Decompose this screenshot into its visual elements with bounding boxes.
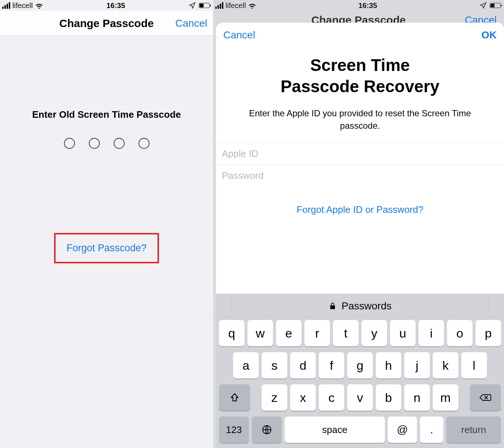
sheet-subtitle: Enter the Apple ID you provided to reset…: [216, 101, 504, 143]
forgot-apple-id-link[interactable]: Forgot Apple ID or Password?: [216, 204, 504, 215]
letter-key-q[interactable]: q: [219, 320, 245, 346]
apple-id-field[interactable]: [222, 148, 498, 159]
letter-key-c[interactable]: c: [319, 384, 344, 411]
letter-key-x[interactable]: x: [290, 384, 316, 411]
battery-icon: [199, 3, 211, 8]
highlight-box: Forgot Passcode?: [54, 233, 159, 263]
carrier-label: lifecell: [226, 1, 246, 10]
sheet-ok-button[interactable]: OK: [481, 29, 497, 41]
password-field[interactable]: [222, 170, 498, 181]
passcode-prompt: Enter Old Screen Time Passcode: [0, 109, 213, 120]
letter-key-f[interactable]: f: [319, 352, 344, 379]
passcode-dot: [89, 138, 100, 149]
keyboard-suggestion[interactable]: Passwords: [342, 300, 392, 312]
location-icon: [189, 2, 196, 9]
passcode-input[interactable]: [0, 138, 213, 149]
screen-change-passcode: lifecell 16:35 Change Passcode Cancel En…: [0, 0, 213, 448]
wifi-icon: [248, 1, 256, 10]
backspace-key[interactable]: [470, 384, 501, 411]
forgot-passcode-link[interactable]: Forgot Passcode?: [67, 242, 147, 254]
letter-key-r[interactable]: r: [304, 320, 330, 346]
status-bar: lifecell 16:35: [213, 0, 504, 11]
letter-key-m[interactable]: m: [433, 384, 458, 411]
sheet-cancel-button[interactable]: Cancel: [223, 29, 255, 41]
nav-bar: Change Passcode Cancel: [0, 11, 213, 36]
status-bar: lifecell 16:35: [0, 0, 213, 11]
location-icon: [480, 2, 487, 9]
keyboard-suggestion-bar[interactable]: Passwords: [216, 295, 504, 317]
nav-title: Change Passcode: [59, 17, 154, 30]
recovery-sheet: Cancel OK Screen Time Passcode Recovery …: [216, 23, 504, 448]
cellular-signal-icon: [2, 2, 10, 9]
return-key[interactable]: return: [446, 417, 501, 443]
letter-key-s[interactable]: s: [262, 352, 287, 379]
space-key[interactable]: space: [285, 417, 385, 443]
carrier-label: lifecell: [12, 1, 33, 10]
letter-key-i[interactable]: i: [418, 320, 444, 346]
letter-key-e[interactable]: e: [276, 320, 302, 346]
letter-key-y[interactable]: y: [361, 320, 387, 346]
period-key[interactable]: .: [420, 417, 443, 443]
cellular-signal-icon: [215, 2, 223, 9]
letter-key-b[interactable]: b: [376, 384, 401, 411]
letter-key-d[interactable]: d: [290, 352, 316, 379]
sheet-title: Screen Time Passcode Recovery: [216, 48, 504, 101]
keyboard[interactable]: Passwords qwertyuiop asdfghjkl zxcvbnm 1…: [216, 294, 504, 448]
shift-key[interactable]: [219, 384, 250, 411]
at-key[interactable]: @: [388, 417, 417, 443]
letter-key-l[interactable]: l: [461, 352, 487, 379]
letter-key-j[interactable]: j: [404, 352, 430, 379]
key-icon: [329, 301, 337, 311]
letter-key-n[interactable]: n: [404, 384, 430, 411]
letter-key-h[interactable]: h: [376, 352, 401, 379]
battery-icon: [490, 3, 502, 8]
wifi-icon: [35, 1, 43, 10]
status-time: 16:35: [106, 1, 125, 10]
passcode-dot: [64, 138, 75, 149]
passcode-dot: [114, 138, 125, 149]
letter-key-v[interactable]: v: [347, 384, 373, 411]
letter-key-t[interactable]: t: [333, 320, 359, 346]
letter-key-a[interactable]: a: [233, 352, 259, 379]
letter-key-z[interactable]: z: [262, 384, 287, 411]
globe-key[interactable]: [252, 417, 282, 443]
letter-key-o[interactable]: o: [447, 320, 473, 346]
screen-passcode-recovery: lifecell 16:35 Change Passcode Cancel Ca…: [213, 0, 504, 448]
cancel-button[interactable]: Cancel: [175, 18, 207, 29]
passcode-dot: [139, 138, 149, 149]
numeric-key[interactable]: 123: [219, 417, 249, 443]
letter-key-g[interactable]: g: [347, 352, 373, 379]
letter-key-w[interactable]: w: [247, 320, 273, 346]
letter-key-k[interactable]: k: [433, 352, 458, 379]
letter-key-p[interactable]: p: [475, 320, 501, 346]
status-time: 16:35: [359, 1, 377, 10]
letter-key-u[interactable]: u: [390, 320, 416, 346]
